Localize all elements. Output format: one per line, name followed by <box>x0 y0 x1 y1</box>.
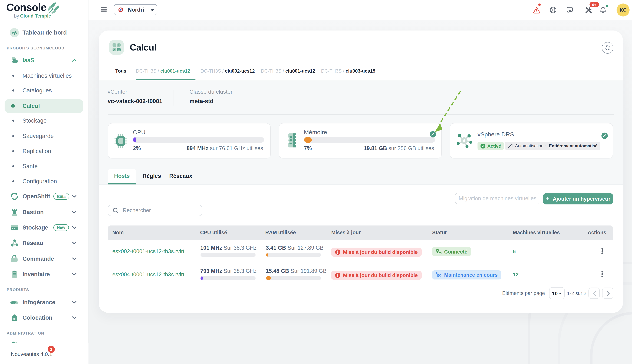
bullet-icon <box>11 104 15 108</box>
connected-icon <box>436 249 442 255</box>
tab-clu003-ucs15[interactable]: DC-TH3S / clu003-ucs15 <box>321 68 375 74</box>
cpu-title: CPU <box>133 129 145 136</box>
sidebar-menu: Tableau de bord PRODUITS SECNUMCLOUD Iaa… <box>0 22 88 342</box>
bullet-icon <box>12 135 15 137</box>
sidebar-section-administration: ADMINISTRATION <box>7 331 44 335</box>
memory-title: Mémoire <box>304 129 327 136</box>
chevron-up-icon <box>72 59 77 62</box>
tab-hosts[interactable]: Hosts <box>108 168 136 184</box>
bullet-icon <box>12 90 15 92</box>
sidebar-item-inventaire[interactable]: Inventaire <box>0 267 88 281</box>
bullet-icon <box>12 150 15 152</box>
host-name-link[interactable]: esx002-t0001-ucs12-th3s.rvirt <box>112 248 184 254</box>
migrate-vms-button[interactable]: Migration de machines virtuelles <box>455 193 540 204</box>
brand-name: Console <box>6 2 46 13</box>
tab-clu002-ucs12[interactable]: DC-TH3S / clu002-ucs12 <box>200 68 255 74</box>
refresh-button[interactable] <box>602 42 613 54</box>
items-per-page-label: Eléments par page <box>502 290 545 296</box>
sidebar-item-catalogues[interactable]: Catalogues <box>0 84 88 98</box>
search-input[interactable] <box>123 205 198 215</box>
tools-icon[interactable] <box>585 7 592 14</box>
tab-tous[interactable]: Tous <box>115 68 126 74</box>
news-link[interactable]: Nouveautés 4.0.1 <box>11 351 52 357</box>
sidebar-item-dashboard[interactable]: Tableau de bord <box>0 26 88 40</box>
caret-down-icon <box>559 292 562 295</box>
dragonfly-icon <box>45 1 61 17</box>
wand-icon <box>508 143 513 149</box>
sidebar-item-colocation[interactable]: Colocation <box>0 310 88 324</box>
check-circle-icon <box>480 143 486 148</box>
memory-metric-card: Mémoire 7% 19.81 GB sur 256 GB utilisés <box>279 123 442 158</box>
status-chip-connected: Connecté <box>432 247 471 256</box>
sidebar-item-machines-virtuelles[interactable]: Machines virtuelles <box>0 68 88 82</box>
divider <box>108 114 613 114</box>
sidebar-item-sauvegarde[interactable]: Sauvegarde <box>0 129 88 143</box>
drs-metric-card: vSphere DRS Activé Automatisation :Entiè… <box>450 123 613 158</box>
beta-badge: Bêta <box>53 193 69 200</box>
feedback-chat-icon[interactable] <box>566 6 573 14</box>
sidebar-item-replication[interactable]: Replication <box>0 144 88 158</box>
refresh-icon <box>604 45 610 51</box>
rook-icon <box>10 208 19 216</box>
tenant-name: Nordri <box>128 7 144 13</box>
network-icon <box>10 238 19 248</box>
sidebar-item-bastion[interactable]: Bastion <box>0 205 88 219</box>
bullet-icon <box>12 74 15 76</box>
host-name-link[interactable]: esx004-t0001-ucs12-th3s.rvirt <box>112 271 184 278</box>
col-header-cpu: CPU utilisé <box>200 230 227 235</box>
tab-regles[interactable]: Règles <box>143 173 161 179</box>
tenant-flag-icon <box>118 7 123 12</box>
sidebar-item-iaas[interactable]: IaaS <box>0 53 88 67</box>
cpu-cell-value: 101 MHz Sur 38.3 GHz <box>200 245 257 251</box>
page-range-label: 1-2 sur 2 <box>567 290 586 296</box>
memory-percent: 7% <box>304 145 312 152</box>
vcenter-value: vc-vstack-002-t0001 <box>108 98 162 104</box>
cpu-cell-value: 793 MHz Sur 38.3 GHz <box>200 268 257 274</box>
tab-reseaux[interactable]: Réseaux <box>169 173 192 179</box>
ram-cell-value: 3.41 GB Sur 127.89 GB <box>266 245 324 251</box>
tenant-selector[interactable]: Nordri <box>114 4 157 15</box>
sidebar-item-openshift[interactable]: OpenShift Bêta <box>0 190 88 204</box>
row-actions-kebab[interactable] <box>600 248 604 256</box>
sidebar-item-infogerance[interactable]: Infogérance <box>0 295 88 309</box>
update-warning-chip: Mise à jour du build disponible <box>331 248 422 257</box>
help-lifebuoy-icon[interactable] <box>549 6 557 14</box>
alerts-warning-icon[interactable] <box>533 6 540 14</box>
search-field <box>108 205 202 216</box>
sidebar-item-commande[interactable]: Commande <box>0 252 88 266</box>
row-actions-kebab[interactable] <box>600 271 604 278</box>
caret-down-icon <box>150 9 154 12</box>
page-size-select[interactable]: 10 <box>549 287 565 299</box>
calculator-icon <box>109 40 124 55</box>
chevron-down-icon <box>72 273 77 276</box>
vm-count[interactable]: 6 <box>513 248 516 254</box>
sidebar-item-configuration[interactable]: Configuration <box>0 174 88 188</box>
host-tabs: Hosts Règles Réseaux <box>98 168 623 184</box>
sidebar-item-reseau[interactable]: Réseau <box>0 236 88 250</box>
prev-page-button[interactable] <box>588 288 600 299</box>
notifications-dot-badge <box>606 5 608 7</box>
tab-clu001-ucs12-2[interactable]: DC-TH3S / clu001-ucs12 <box>261 68 315 74</box>
add-hypervisor-button[interactable]: +Ajouter un hyperviseur <box>543 193 613 204</box>
vcenter-label: vCenter <box>108 89 127 95</box>
ram-cell-bar <box>266 253 321 257</box>
new-badge: New <box>53 224 69 231</box>
sidebar-item-calcul[interactable]: Calcul <box>0 99 88 113</box>
memory-edit-button[interactable] <box>430 131 436 138</box>
ram-icon <box>287 133 297 148</box>
sidebar-item-stockage[interactable]: Stockage New <box>0 220 88 234</box>
sidebar-item-partial[interactable] <box>0 339 88 342</box>
user-avatar[interactable]: KC <box>616 4 629 16</box>
vm-count[interactable]: 12 <box>513 271 519 277</box>
notifications-bell-icon[interactable] <box>599 6 607 14</box>
cluster-tabs: Tous DC-TH3S / clu001-ucs12 DC-TH3S / cl… <box>98 64 623 80</box>
menu-toggle-button[interactable] <box>101 7 107 12</box>
sidebar-item-stockage-sub[interactable]: Stockage <box>0 114 88 128</box>
drs-edit-button[interactable] <box>601 132 608 139</box>
news-count-badge: 1 <box>48 346 55 353</box>
tab-clu001-ucs12[interactable]: DC-TH3S / clu001-ucs12 <box>136 68 190 74</box>
next-page-button[interactable] <box>602 288 613 299</box>
sidebar-item-sante[interactable]: Santé <box>0 159 88 173</box>
calcul-card: Calcul Tous DC-TH3S / clu001-ucs12 DC-TH… <box>98 30 623 313</box>
bullet-icon <box>12 180 15 182</box>
